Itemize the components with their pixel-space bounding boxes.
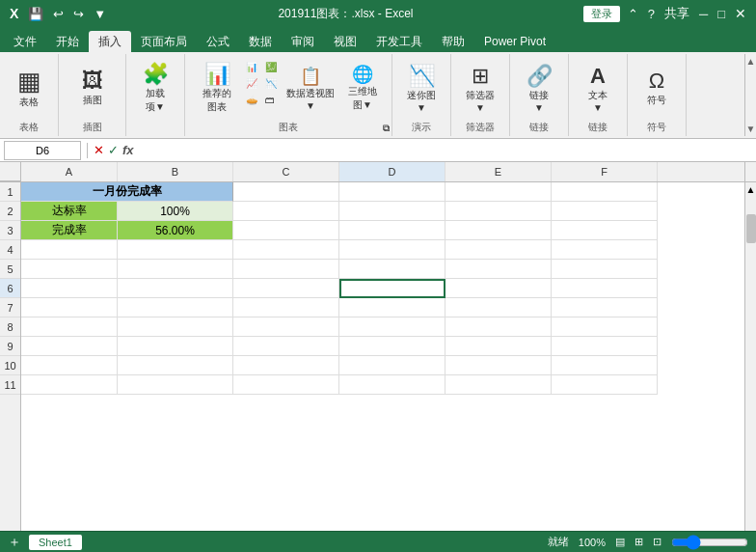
cell-b11[interactable] — [118, 375, 233, 395]
scatter-chart-btn[interactable]: 💹 — [262, 60, 280, 74]
slicer-btn[interactable]: ⊞ 筛选器▼ — [459, 56, 501, 122]
cell-a8[interactable] — [21, 317, 118, 337]
cell-c2[interactable] — [233, 202, 339, 221]
tab-file[interactable]: 文件 — [4, 31, 46, 52]
hyperlink-btn[interactable]: 🔗 链接▼ — [518, 56, 560, 122]
cell-d3[interactable] — [339, 221, 446, 240]
cell-d8[interactable] — [339, 317, 446, 337]
cell-f5[interactable] — [552, 260, 658, 279]
name-box[interactable] — [4, 141, 81, 160]
ribbon-scrollbar[interactable]: ▲ ▼ — [744, 54, 756, 136]
cell-c7[interactable] — [233, 298, 339, 317]
cell-b9[interactable] — [118, 337, 233, 356]
layout-break-btn[interactable]: ⊡ — [653, 536, 662, 548]
cell-a6[interactable] — [21, 279, 118, 298]
cell-f11[interactable] — [552, 375, 658, 395]
cell-a11[interactable] — [21, 375, 118, 395]
cell-b3[interactable]: 56.00% — [118, 221, 233, 240]
cell-e5[interactable] — [446, 260, 552, 279]
col-header-c[interactable]: C — [233, 162, 339, 181]
formula-input[interactable] — [138, 141, 752, 160]
ribbon-collapse-icon[interactable]: ⌃ — [626, 6, 640, 22]
cell-e7[interactable] — [446, 298, 552, 317]
cell-d9[interactable] — [339, 337, 446, 356]
cancel-formula-btn[interactable]: ✕ — [94, 143, 104, 157]
cell-e1[interactable] — [446, 182, 552, 202]
row-header-6[interactable]: 6 — [0, 279, 20, 298]
new-sheet-btn[interactable]: ＋ — [8, 534, 21, 551]
cell-f2[interactable] — [552, 202, 658, 221]
tab-formulas[interactable]: 公式 — [197, 31, 239, 52]
charts-dialog-launcher[interactable]: ⧉ — [383, 123, 390, 134]
cell-a2[interactable]: 达标率 — [21, 202, 118, 221]
cell-d7[interactable] — [339, 298, 446, 317]
cell-a5[interactable] — [21, 260, 118, 279]
col-header-b[interactable]: B — [118, 162, 233, 181]
cell-e9[interactable] — [446, 337, 552, 356]
quick-access-dropdown[interactable]: ▼ — [92, 6, 108, 22]
layout-normal-btn[interactable]: ▤ — [615, 536, 625, 548]
login-button[interactable]: 登录 — [583, 6, 620, 22]
help-icon[interactable]: ? — [646, 6, 657, 22]
cell-d4[interactable] — [339, 240, 446, 260]
row-header-1[interactable]: 1 — [0, 182, 20, 202]
cell-a7[interactable] — [21, 298, 118, 317]
row-header-11[interactable]: 11 — [0, 375, 20, 395]
row-header-9[interactable]: 9 — [0, 337, 20, 356]
cell-f3[interactable] — [552, 221, 658, 240]
textbox-btn[interactable]: A 文本▼ — [577, 56, 619, 122]
col-header-f[interactable]: F — [552, 162, 658, 181]
cell-d5[interactable] — [339, 260, 446, 279]
cell-a9[interactable] — [21, 337, 118, 356]
addins-btn[interactable]: 🧩 加载项▼ — [134, 56, 176, 122]
cell-c9[interactable] — [233, 337, 339, 356]
select-all-btn[interactable] — [0, 162, 21, 181]
cell-b5[interactable] — [118, 260, 233, 279]
scroll-thumb[interactable] — [746, 214, 756, 243]
cell-d1[interactable] — [339, 182, 446, 202]
cell-b4[interactable] — [118, 240, 233, 260]
tab-home[interactable]: 开始 — [46, 31, 89, 52]
pivot-chart-btn[interactable]: 📋 数据透视图▼ — [282, 56, 339, 122]
ribbon-scroll-up[interactable]: ▲ — [746, 56, 756, 67]
cell-d6[interactable] — [339, 279, 446, 298]
row-header-4[interactable]: 4 — [0, 240, 20, 260]
line-chart-btn[interactable]: 📈 — [243, 76, 260, 91]
row-header-7[interactable]: 7 — [0, 298, 20, 317]
minimize-btn[interactable]: ─ — [697, 6, 710, 22]
cell-c8[interactable] — [233, 317, 339, 337]
cell-f4[interactable] — [552, 240, 658, 260]
tab-view[interactable]: 视图 — [324, 31, 366, 52]
cell-c6[interactable] — [233, 279, 339, 298]
scroll-up-btn[interactable]: ▲ — [745, 182, 756, 195]
col-header-e[interactable]: E — [446, 162, 552, 181]
cell-f1[interactable] — [552, 182, 658, 202]
area-chart-btn[interactable]: 📉 — [262, 76, 280, 91]
cell-e6[interactable] — [446, 279, 552, 298]
row-header-2[interactable]: 2 — [0, 202, 20, 221]
cell-e10[interactable] — [446, 356, 552, 375]
undo-quick-btn[interactable]: ↩ — [51, 6, 66, 22]
tab-help[interactable]: 帮助 — [432, 31, 474, 52]
cell-a1[interactable]: 一月份完成率 — [21, 182, 233, 202]
tab-data[interactable]: 数据 — [239, 31, 282, 52]
redo-quick-btn[interactable]: ↪ — [71, 6, 86, 22]
recommended-charts-btn[interactable]: 📊 推荐的图表 — [193, 56, 241, 122]
insert-picture-btn[interactable]: 🖼 插图 — [71, 56, 114, 122]
row-header-10[interactable]: 10 — [0, 356, 20, 375]
cell-a4[interactable] — [21, 240, 118, 260]
pie-chart-btn[interactable]: 🥧 — [243, 93, 260, 107]
cell-f6[interactable] — [552, 279, 658, 298]
cell-f7[interactable] — [552, 298, 658, 317]
ribbon-scroll-down[interactable]: ▼ — [746, 124, 756, 134]
cell-e8[interactable] — [446, 317, 552, 337]
cell-b7[interactable] — [118, 298, 233, 317]
tab-powerpivot[interactable]: Power Pivot — [474, 31, 555, 52]
other-chart-btn[interactable]: 🗃 — [262, 93, 280, 107]
tab-review[interactable]: 审阅 — [282, 31, 324, 52]
share-btn[interactable]: 共享 — [662, 4, 691, 23]
cell-c1[interactable] — [233, 182, 339, 202]
sheet-tab-1[interactable]: Sheet1 — [29, 535, 82, 550]
tab-developer[interactable]: 开发工具 — [366, 31, 432, 52]
symbol-btn[interactable]: Ω 符号 — [635, 56, 678, 122]
